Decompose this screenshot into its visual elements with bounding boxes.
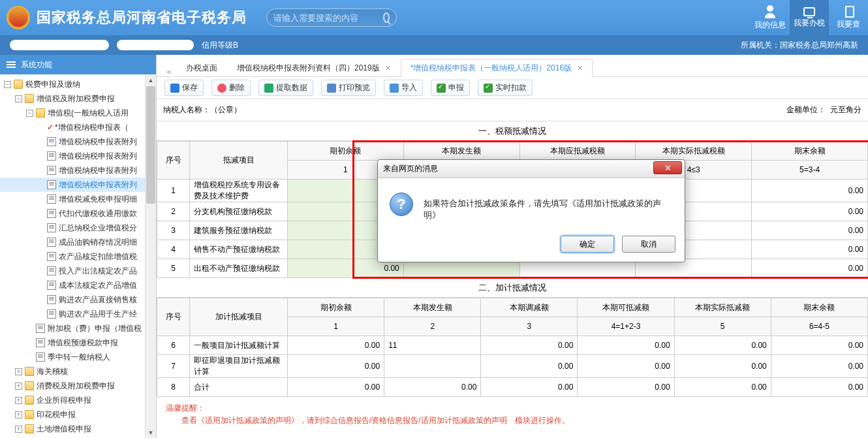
- folder-icon: [25, 94, 34, 103]
- tab-prev-button[interactable]: «: [162, 67, 176, 76]
- collapse-icon[interactable]: −: [4, 81, 11, 88]
- sidebar: 系统功能 −税费申报及缴纳 −增值税及附加税费申报 −增值税(一般纳税人适用 ✓…: [0, 55, 157, 438]
- file-icon: [47, 180, 56, 189]
- close-icon[interactable]: ✕: [577, 64, 583, 72]
- collapse-icon[interactable]: −: [15, 95, 22, 102]
- file-icon: [47, 295, 56, 304]
- sidebar-title: 系统功能: [0, 55, 156, 74]
- tree-node[interactable]: −增值税(一般纳税人适用: [0, 106, 145, 120]
- col-subheader: 6=4-5: [771, 317, 867, 336]
- form-container: 纳税人名称：（公章） 金额单位： 元至角分 一、税额抵减情况 序号 抵减项目 期…: [157, 99, 868, 438]
- tree-node[interactable]: 增值税纳税申报表附列: [0, 149, 145, 163]
- dialog-message: 如果符合加计抵减政策条件，请先填写《适用加计抵减政策的声明》: [424, 193, 673, 221]
- section-1-title: 一、税额抵减情况: [157, 121, 868, 141]
- collapse-icon[interactable]: −: [26, 110, 33, 117]
- search-input[interactable]: [273, 13, 383, 23]
- section-2-title: 二、加计抵减情况: [157, 278, 868, 298]
- file-icon: [47, 266, 56, 275]
- tree-node[interactable]: 代扣代缴税收通用缴款: [0, 206, 145, 221]
- folder-icon: [25, 367, 34, 376]
- delete-button[interactable]: 删除: [211, 80, 251, 96]
- dialog-ok-button[interactable]: 确定: [561, 236, 614, 253]
- file-icon: [47, 223, 56, 232]
- tree-node[interactable]: +企业所得税申报: [0, 393, 145, 407]
- tree-node[interactable]: 季中转一般纳税人: [0, 350, 145, 364]
- col-header: 抵减项目: [190, 142, 288, 180]
- print-button[interactable]: 打印预览: [321, 80, 376, 96]
- close-icon[interactable]: ✕: [385, 64, 391, 72]
- expand-icon[interactable]: +: [15, 383, 22, 390]
- tree-node[interactable]: 农产品核定扣除增值税: [0, 249, 145, 264]
- expand-icon[interactable]: +: [15, 426, 22, 433]
- import-button[interactable]: 导入: [384, 80, 423, 96]
- fetch-data-button[interactable]: 提取数据: [258, 80, 313, 96]
- tree-node[interactable]: 购进农产品用于生产经: [0, 307, 145, 321]
- tree-node[interactable]: −增值税及附加税费申报: [0, 91, 145, 106]
- tree-node[interactable]: +海关稽核: [0, 364, 145, 379]
- tab-home[interactable]: 办税桌面: [176, 59, 227, 77]
- tree-node[interactable]: 增值税减免税申报明细: [0, 192, 145, 206]
- top-header: 国家税务总局河南省电子税务局 我的信息 我要办税 我要查: [0, 0, 868, 35]
- expand-icon[interactable]: +: [15, 397, 22, 404]
- tree-node-active[interactable]: 增值税纳税申报表附列: [0, 178, 145, 192]
- folder-icon: [25, 410, 34, 419]
- file-icon: [36, 324, 45, 333]
- sidebar-scrollbar[interactable]: ▲ ▼: [145, 74, 156, 438]
- tree-node[interactable]: 投入产出法核定农产品: [0, 264, 145, 278]
- save-button[interactable]: 保存: [164, 80, 204, 96]
- header-my-info-button[interactable]: 我的信息: [751, 0, 790, 35]
- col-header: 期初余额: [288, 142, 404, 161]
- taxpayer-info-row: 纳税人名称：（公章） 金额单位： 元至角分: [157, 99, 868, 121]
- sub-header: ████████████████ ████████████ 信用等级B 所属机关…: [0, 35, 868, 55]
- question-icon: ?: [390, 193, 413, 216]
- realtime-button[interactable]: 实时扣款: [478, 80, 533, 96]
- search-icon[interactable]: [383, 12, 390, 23]
- expand-icon[interactable]: +: [15, 368, 22, 375]
- dialog-cancel-button[interactable]: 取消: [622, 236, 675, 253]
- tree-node[interactable]: 附加税（费）申报（增值税: [0, 321, 145, 336]
- redacted-id: ████████████: [117, 40, 194, 50]
- tree-node[interactable]: +印花税申报: [0, 407, 145, 422]
- tab-main-form[interactable]: *增值税纳税申报表（一般纳税人适用）2016版✕: [401, 59, 593, 77]
- tree-node[interactable]: 增值税预缴税款申报: [0, 336, 145, 350]
- tree-node[interactable]: +消费税及附加税费申报: [0, 379, 145, 393]
- table-row: 8合计0.000.000.000.000.000.00: [157, 378, 868, 397]
- tree-node[interactable]: 成本法核定农产品增值: [0, 278, 145, 292]
- tree-node[interactable]: 汇总纳税企业增值税分: [0, 221, 145, 235]
- file-icon: [47, 238, 56, 247]
- col-header: 加计抵减项目: [190, 298, 288, 336]
- tab-attachment-4[interactable]: 增值税纳税申报表附列资料（四）2019版✕: [227, 59, 401, 77]
- col-header: 本期发生额: [384, 298, 481, 317]
- expand-icon[interactable]: +: [15, 411, 22, 418]
- submit-button[interactable]: 申报: [431, 80, 470, 96]
- file-icon: [47, 137, 56, 146]
- col-header: 本期应抵减税额: [519, 142, 636, 161]
- col-subheader: 1: [288, 317, 384, 336]
- scroll-down-icon[interactable]: ▼: [146, 427, 156, 438]
- search-box[interactable]: [266, 8, 397, 27]
- header-query-button[interactable]: 我要查: [829, 0, 868, 35]
- tree-node[interactable]: 成品油购销存情况明细: [0, 235, 145, 249]
- tree-node[interactable]: 增值税纳税申报表附列: [0, 163, 145, 178]
- tree-node[interactable]: 增值税纳税申报表附列: [0, 134, 145, 149]
- header-handle-tax-button[interactable]: 我要办税: [790, 0, 829, 35]
- save-icon: [170, 84, 179, 93]
- tree-node[interactable]: +土地增值税申报: [0, 422, 145, 436]
- dialog-title-bar[interactable]: 来自网页的消息 ✕: [378, 160, 685, 178]
- confirm-dialog: 来自网页的消息 ✕ ? 如果符合加计抵减政策条件，请先填写《适用加计抵减政策的声…: [377, 159, 685, 262]
- scroll-up-icon[interactable]: ▲: [146, 74, 156, 86]
- logo-icon: [7, 6, 30, 29]
- tree-node[interactable]: 购进农产品直接销售核: [0, 292, 145, 307]
- col-header: 期初余额: [288, 298, 384, 317]
- col-header: 本期实际抵减额: [674, 298, 771, 317]
- folder-icon: [36, 108, 45, 117]
- file-icon: [47, 151, 56, 161]
- credit-level: 信用等级B: [202, 40, 238, 51]
- submit-icon: [437, 84, 446, 93]
- table-row: 6一般项目加计抵减额计算0.00110.000.000.000.00: [157, 336, 868, 355]
- dialog-close-button[interactable]: ✕: [653, 161, 682, 174]
- tree-node[interactable]: ✓*增值税纳税申报表（: [0, 120, 145, 134]
- scroll-thumb[interactable]: [146, 86, 155, 204]
- tree-node[interactable]: −税费申报及缴纳: [0, 77, 145, 91]
- file-icon: [36, 352, 45, 362]
